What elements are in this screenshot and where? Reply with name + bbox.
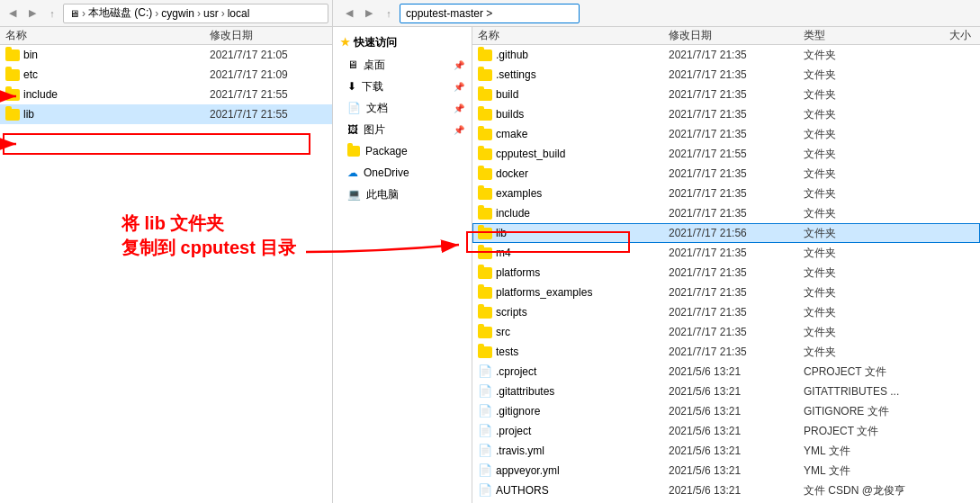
- table-row[interactable]: cmake 2021/7/17 21:35 文件夹: [472, 124, 980, 144]
- table-row[interactable]: 📄 .project 2021/5/6 13:21 PROJECT 文件: [472, 421, 980, 441]
- table-row[interactable]: 📄 .cproject 2021/5/6 13:21 CPROJECT 文件: [472, 362, 980, 382]
- file-type: 文件夹: [804, 345, 921, 360]
- file-type: 文件夹: [804, 147, 921, 162]
- file-type: 文件夹: [804, 186, 921, 202]
- breadcrumb-sep3: ›: [197, 7, 201, 20]
- docs-icon: 📄: [347, 102, 361, 114]
- table-row[interactable]: .settings 2021/7/17 21:35 文件夹: [472, 65, 980, 85]
- table-row[interactable]: 📄 .travis.yml 2021/5/6 13:21 YML 文件: [472, 441, 980, 461]
- right-forward-button[interactable]: ▶: [360, 4, 378, 22]
- file-date: 2021/5/6 13:21: [669, 365, 804, 378]
- file-date: 2021/5/6 13:21: [669, 385, 804, 398]
- table-row[interactable]: 📄 .gitignore 2021/5/6 13:21 GITIGNORE 文件: [472, 401, 980, 421]
- file-date: 2021/5/6 13:21: [669, 464, 804, 477]
- quick-access-panel: ★ 快速访问 🖥 桌面 📌 ⬇ 下载 📌 📄: [333, 27, 472, 503]
- folder-icon: [5, 49, 20, 61]
- table-row[interactable]: 📄 appveyor.yml 2021/5/6 13:21 YML 文件: [472, 461, 980, 481]
- folder-icon: [478, 307, 492, 319]
- pin-icon4: 📌: [454, 125, 464, 135]
- table-row[interactable]: platforms 2021/7/17 21:35 文件夹: [472, 263, 980, 283]
- table-row[interactable]: tests 2021/7/17 21:35 文件夹: [472, 342, 980, 362]
- folder-icon: [478, 69, 492, 81]
- up-button[interactable]: ↑: [43, 4, 61, 22]
- file-name: .github: [496, 49, 669, 61]
- sidebar-item-documents[interactable]: 📄 文档 📌: [333, 97, 472, 119]
- right-breadcrumb-box[interactable]: cpputest-master >: [400, 4, 580, 23]
- right-breadcrumb-text: cpputest-master >: [406, 7, 492, 20]
- file-name: .settings: [496, 68, 669, 81]
- folder-icon: [478, 148, 492, 160]
- file-type: GITIGNORE 文件: [804, 404, 921, 419]
- file-type: 文件夹: [804, 87, 921, 103]
- forward-button[interactable]: ▶: [23, 4, 41, 22]
- file-type: PROJECT 文件: [804, 424, 921, 439]
- breadcrumb-computer: 🖥: [69, 8, 79, 19]
- left-col-headers: 名称 修改日期: [0, 27, 332, 45]
- sidebar-item-downloads[interactable]: ⬇ 下载 📌: [333, 76, 472, 97]
- table-row[interactable]: 📄 AUTHORS 2021/5/6 13:21 文件 CSDN @龙俊亨: [472, 481, 980, 500]
- breadcrumb-cygwin: cygwin: [161, 7, 194, 20]
- file-type: YML 文件: [804, 463, 921, 479]
- file-type: 文件夹: [804, 226, 921, 241]
- sidebar-item-onedrive[interactable]: ☁ OneDrive: [333, 162, 472, 184]
- left-breadcrumb-box[interactable]: 🖥 › 本地磁盘 (C:) › cygwin › usr › local: [63, 4, 328, 23]
- file-name: builds: [496, 108, 669, 121]
- file-type: YML 文件: [804, 444, 921, 459]
- folder-icon: [5, 69, 20, 81]
- file-name: platforms_examples: [496, 286, 669, 299]
- file-name: AUTHORS: [496, 484, 669, 497]
- file-date: 2021/7/17 21:35: [669, 266, 804, 279]
- left-address-bar: ◀ ▶ ↑ 🖥 › 本地磁盘 (C:) › cygwin › usr › loc…: [0, 0, 333, 26]
- table-row[interactable]: scripts 2021/7/17 21:35 文件夹: [472, 302, 980, 322]
- table-row[interactable]: etc 2021/7/17 21:09: [0, 65, 332, 85]
- folder-icon: [478, 188, 492, 200]
- left-col-name-header: 名称: [5, 28, 210, 43]
- table-row[interactable]: builds 2021/7/17 21:35 文件夹: [472, 104, 980, 124]
- file-doc-icon4: 📄: [478, 424, 492, 438]
- table-row[interactable]: include 2021/7/17 21:35 文件夹: [472, 203, 980, 223]
- folder-icon: [5, 89, 20, 101]
- file-date: 2021/7/17 21:35: [669, 88, 804, 101]
- table-row[interactable]: cpputest_build 2021/7/17 21:55 文件夹: [472, 144, 980, 164]
- file-date: 2021/7/17 21:35: [669, 286, 804, 299]
- table-row[interactable]: 📄 .gitattributes 2021/5/6 13:21 GITATTRI…: [472, 382, 980, 401]
- table-row[interactable]: m4 2021/7/17 21:35 文件夹: [472, 243, 980, 263]
- sidebar-item-thispc[interactable]: 💻 此电脑: [333, 184, 472, 205]
- table-row[interactable]: build 2021/7/17 21:35 文件夹: [472, 85, 980, 104]
- file-doc-icon3: 📄: [478, 404, 492, 418]
- right-up-button[interactable]: ↑: [380, 4, 398, 22]
- table-row[interactable]: include 2021/7/17 21:55: [0, 85, 332, 104]
- pic-icon: 🖼: [347, 123, 358, 136]
- file-name: .cproject: [496, 365, 669, 378]
- file-doc-icon7: 📄: [478, 483, 492, 498]
- folder-icon: [478, 346, 492, 358]
- folder-icon: [478, 267, 492, 279]
- file-date: 2021/7/17 21:35: [669, 247, 804, 259]
- table-row[interactable]: docker 2021/7/17 21:35 文件夹: [472, 164, 980, 184]
- file-date: 2021/7/17 21:56: [669, 227, 804, 239]
- file-type: 文件夹: [804, 127, 921, 142]
- file-name: m4: [496, 247, 669, 259]
- file-name: scripts: [496, 306, 669, 319]
- table-row[interactable]: bin 2021/7/17 21:05: [0, 45, 332, 65]
- file-date: 2021/7/17 21:55: [210, 88, 327, 101]
- file-date: 2021/7/17 21:05: [210, 49, 327, 61]
- file-date: 2021/7/17 21:55: [669, 148, 804, 160]
- sidebar-item-desktop[interactable]: 🖥 桌面 📌: [333, 54, 472, 76]
- file-date: 2021/5/6 13:21: [669, 484, 804, 497]
- sidebar-item-pictures[interactable]: 🖼 图片 📌: [333, 119, 472, 140]
- right-file-list: .github 2021/7/17 21:35 文件夹 .settings 20…: [472, 45, 980, 503]
- table-row[interactable]: src 2021/7/17 21:35 文件夹: [472, 322, 980, 342]
- back-button[interactable]: ◀: [4, 4, 22, 22]
- file-name: .project: [496, 425, 669, 437]
- table-row[interactable]: .github 2021/7/17 21:35 文件夹: [472, 45, 980, 65]
- table-row[interactable]: platforms_examples 2021/7/17 21:35 文件夹: [472, 283, 980, 302]
- table-row[interactable]: lib 2021/7/17 21:55: [0, 104, 332, 124]
- right-back-button[interactable]: ◀: [340, 4, 358, 22]
- file-date: 2021/7/17 21:35: [669, 68, 804, 81]
- sidebar-item-package[interactable]: Package: [333, 140, 472, 162]
- table-row[interactable]: examples 2021/7/17 21:35 文件夹: [472, 184, 980, 203]
- file-name: tests: [496, 346, 669, 358]
- file-name: include: [496, 207, 669, 220]
- table-row[interactable]: lib 2021/7/17 21:56 文件夹: [472, 223, 980, 243]
